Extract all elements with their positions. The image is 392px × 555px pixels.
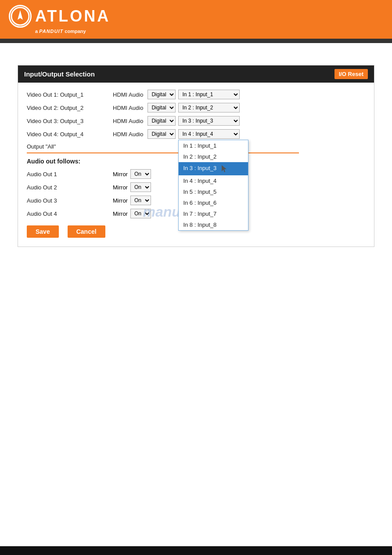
dropdown-item-in2[interactable]: In 2 : Input_2: [179, 151, 248, 162]
audio-select-4[interactable]: Digital: [147, 129, 176, 139]
atlona-logo-text: ATLONA: [35, 7, 110, 25]
input-select-2[interactable]: In 2 : Input_2: [178, 103, 240, 112]
atlona-logo-icon: [9, 5, 32, 28]
video-out-4-label: Video Out 4: Output_4: [27, 131, 110, 138]
mirror-label-4: Mirror: [113, 210, 128, 217]
mirror-label-2: Mirror: [113, 184, 128, 191]
panduit-brand: PANDUIT: [39, 29, 63, 34]
dropdown-item-in1[interactable]: In 1 : Input_1: [179, 140, 248, 151]
audio-out-4-label: Audio Out 4: [27, 210, 110, 217]
video-row-3: Video Out 3: Output_3 HDMI Audio Digital…: [27, 116, 365, 126]
input-dropdown-4-container: In 4 : Input_4 In 1 : Input_1 In 2 : Inp…: [178, 129, 240, 139]
video-out-3-label: Video Out 3: Output_3: [27, 118, 110, 124]
mirror-select-1[interactable]: On Off: [130, 169, 151, 179]
logo-main: ATLONA: [9, 5, 110, 28]
hdmi-audio-label-2: HDMI Audio: [113, 105, 143, 111]
bottom-bar: [0, 546, 392, 555]
mirror-label-3: Mirror: [113, 197, 128, 204]
video-row-4: Video Out 4: Output_4 HDMI Audio Digital…: [27, 129, 365, 139]
panel-title: Input/Output Selection: [24, 70, 95, 78]
input-select-4[interactable]: In 4 : Input_4: [178, 129, 240, 139]
logo-container: ATLONA a PANDUIT company: [9, 5, 110, 34]
audio-out-2-label: Audio Out 2: [27, 184, 110, 191]
hdmi-audio-label-3: HDMI Audio: [113, 118, 143, 124]
dropdown-item-in4[interactable]: In 4 : Input_4: [179, 175, 248, 186]
audio-select-1[interactable]: Digital: [147, 90, 176, 99]
input-select-3[interactable]: In 3 : Input_3: [178, 116, 240, 126]
io-selection-panel: Input/Output Selection I/O Reset Video O…: [18, 65, 374, 247]
video-out-2-label: Video Out 2: Output_2: [27, 105, 110, 111]
dropdown-item-in5[interactable]: In 5 : Input_5: [179, 186, 248, 197]
save-button[interactable]: Save: [27, 225, 59, 238]
audio-select-2[interactable]: Digital: [147, 103, 176, 112]
video-rows-container: Video Out 1: Output_1 HDMI Audio Digital…: [27, 90, 365, 139]
mirror-select-4[interactable]: On Off: [130, 209, 151, 218]
mirror-label-1: Mirror: [113, 171, 128, 178]
mirror-select-3[interactable]: On Off: [130, 196, 151, 205]
video-out-1-label: Video Out 1: Output_1: [27, 91, 110, 98]
input-select-1[interactable]: In 1 : Input_1: [178, 90, 240, 99]
audio-select-3[interactable]: Digital: [147, 116, 176, 126]
logo-sub-rest: company: [63, 29, 86, 34]
header: ATLONA a PANDUIT company: [0, 0, 392, 39]
dark-separator-bar: [0, 39, 392, 43]
logo-sub-prefix: a: [35, 29, 39, 34]
audio-out-1-label: Audio Out 1: [27, 171, 110, 178]
dropdown-item-in3[interactable]: In 3 : Input_3: [179, 162, 248, 175]
orange-divider: [27, 152, 299, 153]
output-all-label: Output "All": [27, 143, 56, 150]
io-reset-button[interactable]: I/O Reset: [334, 69, 368, 79]
cancel-button[interactable]: Cancel: [68, 225, 105, 238]
dropdown-item-in6[interactable]: In 6 : Input_6: [179, 197, 248, 208]
audio-out-3-label: Audio Out 3: [27, 197, 110, 204]
dropdown-item-in7[interactable]: In 7 : Input_7: [179, 208, 248, 219]
dropdown-item-in8[interactable]: In 8 : Input_8: [179, 219, 248, 230]
video-row-2: Video Out 2: Output_2 HDMI Audio Digital…: [27, 103, 365, 112]
video-row-1: Video Out 1: Output_1 HDMI Audio Digital…: [27, 90, 365, 99]
panel-body: Video Out 1: Output_1 HDMI Audio Digital…: [18, 83, 374, 247]
hdmi-audio-label-4: HDMI Audio: [113, 131, 143, 138]
input-dropdown-4-overlay: In 1 : Input_1 In 2 : Input_2 In 3 : Inp…: [178, 140, 248, 231]
mirror-select-2[interactable]: On Off: [130, 182, 151, 192]
hdmi-audio-label-1: HDMI Audio: [113, 91, 143, 98]
main-content: Input/Output Selection I/O Reset Video O…: [0, 43, 392, 256]
panel-header: Input/Output Selection I/O Reset: [18, 65, 374, 83]
atlona-logo-sub: a PANDUIT company: [35, 29, 86, 34]
